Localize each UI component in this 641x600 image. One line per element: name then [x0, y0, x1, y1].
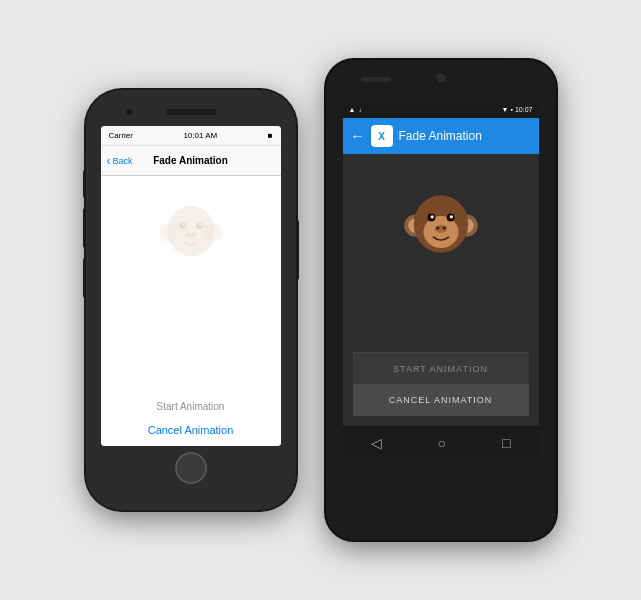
xamarin-logo: X: [371, 125, 393, 147]
monkey-image-android: [401, 184, 481, 264]
ios-status-bar: Carrier 10:01 AM ■: [101, 126, 281, 146]
svg-point-21: [430, 215, 433, 218]
ios-mute-button: [83, 170, 86, 198]
android-back-button[interactable]: ←: [351, 128, 365, 144]
ios-speaker: [166, 109, 216, 115]
ios-battery-icon: ■: [268, 131, 273, 140]
ios-nav-title: Fade Animation: [153, 155, 228, 166]
android-button-area: START ANIMATION CANCEL ANIMATION: [353, 352, 529, 416]
android-recents-nav-icon[interactable]: □: [502, 435, 510, 451]
android-top-area: [326, 60, 556, 100]
android-phone: ▲ ↓ ▼ ▪ 10:07 ← X Fade Animation: [326, 60, 556, 540]
ios-start-animation-button[interactable]: Start Animation: [157, 401, 225, 412]
ios-notch: [86, 98, 296, 126]
android-back-nav-icon[interactable]: ◁: [371, 435, 382, 451]
ios-home-button[interactable]: [175, 452, 207, 484]
android-toolbar-title: Fade Animation: [399, 129, 482, 143]
android-toolbar: ← X Fade Animation: [343, 118, 539, 154]
ios-content: Start Animation Cancel Animation: [101, 176, 281, 446]
ios-volume-down-button: [83, 258, 86, 298]
android-content: START ANIMATION CANCEL ANIMATION: [343, 154, 539, 426]
ios-screen: Carrier 10:01 AM ■ ‹ Back Fade Animation: [101, 126, 281, 446]
ios-camera: [126, 109, 132, 115]
svg-point-22: [449, 215, 452, 218]
android-status-bar: ▲ ↓ ▼ ▪ 10:07: [343, 100, 539, 118]
ios-nav-bar: ‹ Back Fade Animation: [101, 146, 281, 176]
android-warning-icon: ▲: [349, 106, 356, 113]
ios-back-label: Back: [113, 156, 133, 166]
ios-back-chevron-icon: ‹: [107, 154, 111, 168]
android-time: 10:07: [515, 106, 533, 113]
svg-point-12: [192, 233, 195, 236]
ios-volume-up-button: [83, 208, 86, 248]
ios-time: 10:01 AM: [183, 131, 217, 140]
ios-carrier: Carrier: [109, 131, 133, 140]
android-battery-icon: ▪: [510, 106, 512, 113]
android-nav-bar: ◁ ○ □: [343, 426, 539, 460]
ios-cancel-animation-button[interactable]: Cancel Animation: [148, 424, 234, 436]
android-speaker: [361, 77, 391, 82]
android-cancel-animation-button[interactable]: CANCEL ANIMATION: [353, 384, 529, 416]
xamarin-logo-text: X: [378, 131, 385, 142]
android-status-right: ▼ ▪ 10:07: [502, 106, 533, 113]
android-start-animation-button[interactable]: START ANIMATION: [353, 352, 529, 384]
android-download-icon: ↓: [358, 106, 362, 113]
android-screen: ▲ ↓ ▼ ▪ 10:07 ← X Fade Animation: [343, 100, 539, 460]
android-wifi-icon: ▼: [502, 106, 509, 113]
android-camera: [437, 74, 445, 82]
svg-point-9: [198, 223, 201, 226]
svg-point-25: [442, 226, 445, 229]
android-status-left: ▲ ↓: [349, 106, 362, 113]
ios-phone: Carrier 10:01 AM ■ ‹ Back Fade Animation: [86, 90, 296, 510]
svg-point-8: [181, 223, 184, 226]
svg-point-11: [186, 233, 189, 236]
android-home-nav-icon[interactable]: ○: [438, 435, 446, 451]
monkey-image-ios: [156, 196, 226, 266]
ios-back-button[interactable]: ‹ Back: [107, 154, 133, 168]
svg-point-24: [436, 226, 439, 229]
ios-power-button: [296, 220, 299, 280]
